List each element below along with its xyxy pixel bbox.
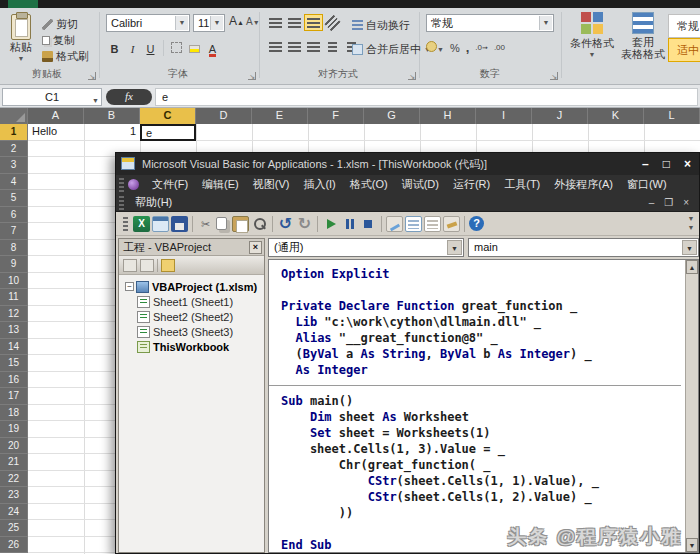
decrease-decimal-button[interactable]: .00 bbox=[494, 43, 505, 52]
font-color-button[interactable]: A bbox=[204, 40, 221, 57]
column-header-F[interactable]: F bbox=[308, 108, 364, 124]
menu-item[interactable]: 帮助(H) bbox=[128, 194, 179, 211]
decrease-indent-button[interactable] bbox=[323, 38, 342, 55]
tree-item[interactable]: Sheet2 (Sheet2) bbox=[119, 309, 264, 324]
align-center-button[interactable] bbox=[285, 38, 304, 55]
toolbar-grip[interactable] bbox=[119, 196, 124, 210]
redo-icon[interactable] bbox=[296, 216, 313, 232]
cell-style-item[interactable]: 常规 bbox=[668, 14, 700, 38]
code-editor[interactable]: Option ExplicitPrivate Declare Function … bbox=[268, 259, 699, 553]
file-tab-fragment[interactable] bbox=[8, 0, 38, 8]
column-header-K[interactable]: K bbox=[588, 108, 644, 124]
row-header-23[interactable]: 23 bbox=[0, 487, 28, 504]
row-header-17[interactable]: 17 bbox=[0, 388, 28, 405]
font-name-combo[interactable]: Calibri▼ bbox=[106, 14, 190, 32]
increase-decimal-button[interactable]: .0➞ bbox=[475, 43, 488, 52]
paste-icon[interactable] bbox=[232, 216, 249, 232]
italic-button[interactable]: I bbox=[124, 40, 141, 57]
object-dropdown[interactable]: (通用)▼ bbox=[268, 238, 464, 257]
font-size-combo[interactable]: 11▼ bbox=[193, 14, 225, 32]
project-explorer-close-button[interactable]: × bbox=[249, 241, 262, 254]
find-icon[interactable] bbox=[251, 216, 268, 232]
row-header-1[interactable]: 1 bbox=[0, 124, 28, 141]
grow-font-button[interactable]: A▲ bbox=[229, 14, 244, 28]
shrink-font-button[interactable]: A▼ bbox=[246, 16, 260, 27]
row-header-6[interactable]: 6 bbox=[0, 207, 28, 224]
chevron-down-icon[interactable]: ▼ bbox=[682, 240, 697, 255]
clipboard-dialog-launcher-icon[interactable] bbox=[88, 72, 96, 80]
view-object-icon[interactable] bbox=[140, 259, 154, 272]
maximize-button[interactable]: □ bbox=[663, 153, 670, 175]
row-header-5[interactable]: 5 bbox=[0, 190, 28, 207]
orientation-button[interactable] bbox=[323, 14, 342, 31]
undo-icon[interactable] bbox=[277, 216, 294, 232]
menu-item[interactable]: 编辑(E) bbox=[195, 175, 246, 194]
formula-input[interactable]: e bbox=[155, 88, 698, 106]
cut-button[interactable]: 剪切 bbox=[42, 16, 89, 32]
conditional-formatting-button[interactable]: 条件格式 ▼ bbox=[568, 12, 616, 58]
row-header-10[interactable]: 10 bbox=[0, 273, 28, 290]
row-header-7[interactable]: 7 bbox=[0, 223, 28, 240]
copy-button[interactable]: 复制 bbox=[42, 32, 89, 48]
menu-item[interactable]: 工具(T) bbox=[497, 175, 547, 194]
menu-item[interactable]: 窗口(W) bbox=[620, 175, 674, 194]
align-middle-button[interactable] bbox=[285, 14, 304, 31]
tree-item[interactable]: ThisWorkbook bbox=[119, 339, 264, 354]
chevron-down-icon[interactable]: ▼ bbox=[175, 16, 188, 30]
menu-item[interactable]: 视图(V) bbox=[246, 175, 297, 194]
save-icon[interactable] bbox=[171, 216, 188, 232]
cut-icon[interactable] bbox=[197, 216, 214, 232]
vertical-scrollbar[interactable]: ▲ ▼ bbox=[685, 260, 698, 552]
borders-button[interactable] bbox=[168, 40, 185, 57]
menu-item[interactable]: 插入(I) bbox=[296, 175, 342, 194]
close-button[interactable]: × bbox=[684, 153, 691, 175]
format-painter-button[interactable]: 格式刷 bbox=[42, 48, 89, 64]
row-header-22[interactable]: 22 bbox=[0, 471, 28, 488]
design-mode-icon[interactable] bbox=[386, 216, 403, 232]
column-header-G[interactable]: G bbox=[364, 108, 420, 124]
chevron-down-icon[interactable]: ▼ bbox=[539, 16, 552, 30]
tree-item[interactable]: Sheet1 (Sheet1) bbox=[119, 294, 264, 309]
column-header-L[interactable]: L bbox=[644, 108, 700, 124]
align-left-button[interactable] bbox=[266, 38, 285, 55]
alignment-dialog-launcher-icon[interactable] bbox=[408, 72, 416, 80]
bold-button[interactable]: B bbox=[106, 40, 123, 57]
align-top-button[interactable] bbox=[266, 14, 285, 31]
menu-item[interactable]: 文件(F) bbox=[145, 175, 195, 194]
format-as-table-button[interactable]: 套用 表格格式 bbox=[620, 12, 666, 60]
menu-item[interactable]: 运行(R) bbox=[446, 175, 497, 194]
column-header-B[interactable]: B bbox=[84, 108, 140, 124]
toolbox-icon[interactable] bbox=[443, 216, 460, 232]
row-header-2[interactable]: 2 bbox=[0, 141, 28, 158]
merge-center-button[interactable]: 合并后居中 ▼ bbox=[352, 42, 431, 57]
row-header-16[interactable]: 16 bbox=[0, 372, 28, 389]
cell-style-item[interactable]: 适中 bbox=[668, 38, 700, 62]
number-dialog-launcher-icon[interactable] bbox=[550, 72, 558, 80]
column-header-A[interactable]: A bbox=[28, 108, 84, 124]
scroll-down-icon[interactable]: ▼ bbox=[686, 538, 698, 552]
row-header-9[interactable]: 9 bbox=[0, 256, 28, 273]
excel-icon[interactable] bbox=[133, 216, 150, 232]
menu-item[interactable]: 外接程序(A) bbox=[547, 175, 620, 194]
accounting-format-button[interactable]: ▼ bbox=[426, 41, 444, 54]
row-header-12[interactable]: 12 bbox=[0, 306, 28, 323]
toolbar-grip[interactable] bbox=[119, 178, 124, 192]
project-explorer-icon[interactable] bbox=[405, 216, 422, 232]
column-header-E[interactable]: E bbox=[252, 108, 308, 124]
column-header-C[interactable]: C bbox=[140, 108, 196, 124]
align-bottom-button[interactable] bbox=[304, 14, 323, 31]
select-all-corner[interactable] bbox=[0, 108, 28, 124]
row-header-15[interactable]: 15 bbox=[0, 355, 28, 372]
column-header-H[interactable]: H bbox=[420, 108, 476, 124]
help-icon[interactable] bbox=[469, 216, 484, 231]
properties-window-icon[interactable] bbox=[424, 216, 441, 232]
number-format-combo[interactable]: 常规▼ bbox=[426, 14, 554, 32]
wrap-text-button[interactable]: 自动换行 bbox=[352, 18, 410, 33]
row-header-18[interactable]: 18 bbox=[0, 405, 28, 422]
font-dialog-launcher-icon[interactable] bbox=[248, 72, 256, 80]
chevron-down-icon[interactable]: ▼ bbox=[447, 240, 462, 255]
mdi-restore-button[interactable]: ❐ bbox=[664, 194, 673, 212]
percent-style-button[interactable]: % bbox=[450, 42, 460, 54]
underline-button[interactable]: U bbox=[142, 40, 159, 57]
row-header-26[interactable]: 26 bbox=[0, 537, 28, 554]
